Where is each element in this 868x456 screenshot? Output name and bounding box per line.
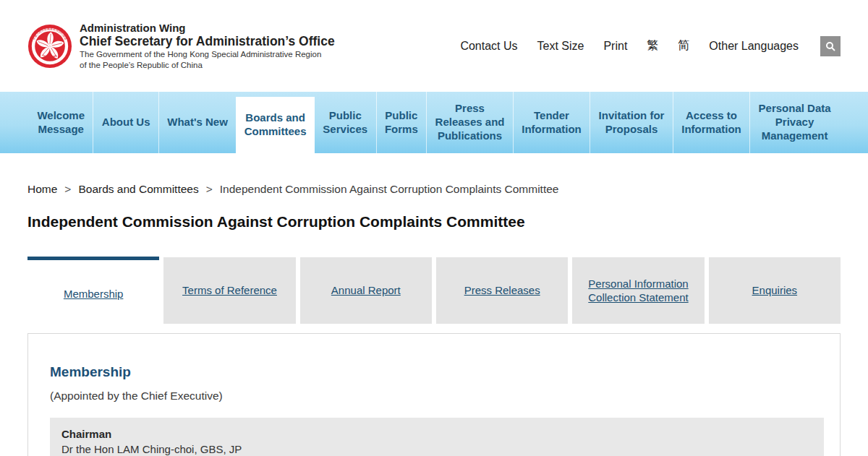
hksar-emblem-icon: 中華人民共和國香港特別行政區 HONG KONG bbox=[27, 24, 72, 69]
brand-government-line1: The Government of the Hong Kong Special … bbox=[80, 49, 335, 59]
brand-department: Administration Wing bbox=[80, 22, 335, 34]
nav-item-press-releases-and-publications[interactable]: Press Releases and Publications bbox=[426, 92, 513, 153]
tab-personal-information-collection-statement[interactable]: Personal Information Collection Statemen… bbox=[572, 257, 704, 324]
nav-item-public-forms[interactable]: Public Forms bbox=[376, 92, 427, 153]
nav-item-tender-information[interactable]: Tender Information bbox=[513, 92, 590, 153]
tab-annual-report-link[interactable]: Annual Report bbox=[331, 283, 401, 298]
print-link[interactable]: Print bbox=[603, 40, 627, 53]
nav-item-boards-and-committees[interactable]: Boards and Committees bbox=[236, 97, 315, 153]
tab-membership[interactable]: Membership bbox=[27, 257, 159, 327]
tab-annual-report[interactable]: Annual Report bbox=[300, 257, 432, 324]
text-size-link[interactable]: Text Size bbox=[537, 40, 584, 53]
main-navigation: Welcome Message About Us What's New Boar… bbox=[0, 92, 868, 153]
brand-government-line2: of the People’s Republic of China bbox=[80, 60, 335, 70]
tab-terms-of-reference[interactable]: Terms of Reference bbox=[163, 257, 295, 324]
nav-item-public-services[interactable]: Public Services bbox=[315, 92, 376, 153]
lang-simplified-chinese-link[interactable]: 简 bbox=[678, 38, 689, 53]
lang-traditional-chinese-link[interactable]: 繁 bbox=[647, 38, 658, 53]
search-icon bbox=[825, 41, 835, 51]
section-tabs: Membership Terms of Reference Annual Rep… bbox=[27, 257, 841, 327]
breadcrumb: Home > Boards and Committees > Independe… bbox=[27, 183, 841, 196]
tab-enquiries-link[interactable]: Enquiries bbox=[752, 283, 798, 298]
site-header: 中華人民共和國香港特別行政區 HONG KONG Administration … bbox=[0, 0, 868, 92]
chairman-panel: Chairman Dr the Hon LAM Ching-choi, GBS,… bbox=[50, 418, 824, 456]
nav-item-invitation-for-proposals[interactable]: Invitation for Proposals bbox=[590, 92, 673, 153]
page-title: Independent Commission Against Corruptio… bbox=[27, 213, 841, 231]
tab-press-releases[interactable]: Press Releases bbox=[436, 257, 568, 324]
tab-press-releases-link[interactable]: Press Releases bbox=[464, 283, 540, 298]
breadcrumb-separator: > bbox=[64, 183, 71, 196]
breadcrumb-separator: > bbox=[206, 183, 213, 196]
site-brand: Administration Wing Chief Secretary for … bbox=[80, 22, 335, 70]
tab-terms-of-reference-link[interactable]: Terms of Reference bbox=[182, 283, 277, 298]
nav-item-about-us[interactable]: About Us bbox=[93, 92, 158, 153]
tab-enquiries[interactable]: Enquiries bbox=[709, 257, 841, 324]
search-button[interactable] bbox=[820, 36, 841, 56]
tab-content-panel: Membership (Appointed by the Chief Execu… bbox=[27, 333, 841, 456]
breadcrumb-boards-link[interactable]: Boards and Committees bbox=[78, 183, 198, 196]
nav-item-access-to-information[interactable]: Access to Information bbox=[673, 92, 749, 153]
nav-item-welcome-message[interactable]: Welcome Message bbox=[29, 92, 93, 153]
role-name: Dr the Hon LAM Ching-choi, GBS, JP bbox=[61, 442, 812, 456]
utility-nav: Contact Us Text Size Print 繁 简 Other Lan… bbox=[460, 36, 841, 56]
tab-personal-information-collection-statement-link[interactable]: Personal Information Collection Statemen… bbox=[582, 277, 694, 305]
brand-office: Chief Secretary for Administration’s Off… bbox=[80, 34, 335, 49]
role-title: Chairman bbox=[61, 426, 812, 442]
membership-subheading: (Appointed by the Chief Executive) bbox=[50, 390, 824, 403]
breadcrumb-current-page: Independent Commission Against Corruptio… bbox=[220, 183, 559, 196]
tab-membership-link[interactable]: Membership bbox=[64, 287, 124, 301]
other-languages-link[interactable]: Other Languages bbox=[709, 40, 799, 53]
nav-item-personal-data-privacy-management[interactable]: Personal Data Privacy Management bbox=[749, 92, 839, 153]
nav-item-whats-new[interactable]: What's New bbox=[158, 92, 236, 153]
membership-heading: Membership bbox=[50, 364, 824, 380]
contact-us-link[interactable]: Contact Us bbox=[460, 40, 517, 53]
hksar-emblem-logo[interactable]: 中華人民共和國香港特別行政區 HONG KONG bbox=[27, 24, 72, 69]
breadcrumb-home-link[interactable]: Home bbox=[27, 183, 57, 196]
